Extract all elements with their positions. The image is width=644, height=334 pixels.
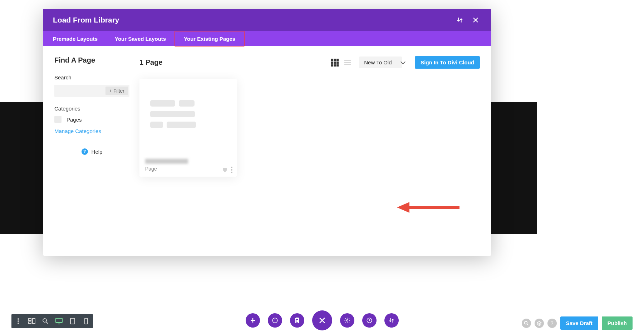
add-section-button[interactable] xyxy=(246,313,260,328)
sort-select[interactable]: New To Old xyxy=(359,57,402,68)
categories-label: Categories xyxy=(54,105,129,112)
svg-point-2 xyxy=(18,318,19,320)
favorite-icon[interactable] xyxy=(222,167,228,173)
load-library-button[interactable] xyxy=(268,313,282,328)
svg-rect-11 xyxy=(85,318,88,324)
card-actions xyxy=(222,167,232,173)
publish-button[interactable]: Publish xyxy=(602,316,633,330)
svg-marker-1 xyxy=(397,202,409,213)
search-page-icon[interactable] xyxy=(522,319,531,328)
page-card[interactable]: Page xyxy=(139,79,237,177)
sign-in-divi-cloud-button[interactable]: Sign In To Divi Cloud xyxy=(415,56,480,69)
main-toolbar: 1 Page New To Old Sign In To Divi Cloud xyxy=(139,56,480,69)
modal-header: Load From Library xyxy=(43,9,491,31)
list-view-icon[interactable] xyxy=(343,58,352,67)
svg-rect-6 xyxy=(29,322,31,324)
bottom-center-toolbar xyxy=(246,310,399,330)
close-icon[interactable] xyxy=(470,14,481,26)
manage-categories-link[interactable]: Manage Categories xyxy=(54,128,129,134)
category-name-pages: Pages xyxy=(67,117,82,123)
card-type-label: Page xyxy=(145,166,231,172)
category-checkbox-pages[interactable] xyxy=(54,116,62,123)
svg-rect-10 xyxy=(70,318,75,324)
svg-point-8 xyxy=(43,319,46,322)
portability-button[interactable] xyxy=(384,313,399,328)
bottom-right-toolbar: ? Save Draft Publish xyxy=(522,316,633,330)
history-button[interactable] xyxy=(362,313,377,328)
svg-point-4 xyxy=(18,323,19,324)
tablet-view-icon[interactable] xyxy=(69,317,77,325)
builder-bottom-bar: ? Save Draft Publish xyxy=(0,314,644,334)
svg-point-13 xyxy=(346,320,348,321)
page-count-heading: 1 Page xyxy=(139,58,330,67)
sidebar-heading: Find A Page xyxy=(54,56,129,64)
more-icon[interactable] xyxy=(231,167,232,173)
main-area: 1 Page New To Old Sign In To Divi Cloud xyxy=(139,46,491,256)
search-input[interactable]: + Filter xyxy=(54,85,129,97)
save-draft-button[interactable]: Save Draft xyxy=(560,316,598,330)
help-bottom-icon[interactable]: ? xyxy=(547,319,557,328)
filter-chip[interactable]: + Filter xyxy=(105,87,128,95)
svg-point-3 xyxy=(18,320,19,322)
svg-rect-5 xyxy=(29,319,31,320)
help-row[interactable]: ? Help xyxy=(54,148,129,155)
annotation-arrow-icon xyxy=(397,200,461,215)
close-builder-button[interactable] xyxy=(312,310,332,330)
card-meta: Page xyxy=(139,157,237,177)
sidebar: Find A Page Search + Filter Categories P… xyxy=(43,46,139,256)
background-dark-left xyxy=(0,102,43,234)
layers-icon[interactable] xyxy=(535,319,544,328)
portability-icon[interactable] xyxy=(454,14,466,26)
card-preview xyxy=(139,79,237,157)
desktop-view-icon[interactable] xyxy=(55,317,63,325)
tab-existing-pages[interactable]: Your Existing Pages xyxy=(174,31,245,46)
tab-saved-layouts[interactable]: Your Saved Layouts xyxy=(106,31,174,46)
clear-layout-button[interactable] xyxy=(290,313,304,328)
page-settings-button[interactable] xyxy=(340,313,354,328)
library-modal: Load From Library Premade Layouts Your S… xyxy=(43,9,491,256)
search-label: Search xyxy=(54,74,129,80)
modal-body: Find A Page Search + Filter Categories P… xyxy=(43,46,491,256)
wireframe-icon[interactable] xyxy=(28,317,36,325)
grid-view-icon[interactable] xyxy=(330,58,339,67)
help-label: Help xyxy=(92,149,103,155)
category-row-pages: Pages xyxy=(54,116,129,123)
svg-rect-7 xyxy=(33,319,35,324)
svg-rect-9 xyxy=(56,318,62,323)
modal-title: Load From Library xyxy=(53,16,450,24)
card-title-blurred xyxy=(145,159,188,164)
view-toggles xyxy=(330,58,352,67)
card-grid: Page xyxy=(139,79,480,177)
menu-dots-icon[interactable] xyxy=(14,317,22,325)
modal-tabs: Premade Layouts Your Saved Layouts Your … xyxy=(43,31,491,46)
help-icon: ? xyxy=(82,148,88,155)
tab-premade-layouts[interactable]: Premade Layouts xyxy=(44,31,106,46)
phone-view-icon[interactable] xyxy=(82,317,90,325)
background-dark-right xyxy=(488,102,537,234)
zoom-icon[interactable] xyxy=(41,317,49,325)
sort-select-wrap: New To Old xyxy=(359,57,408,68)
svg-point-15 xyxy=(524,321,527,324)
bottom-left-toolbar xyxy=(11,314,93,328)
